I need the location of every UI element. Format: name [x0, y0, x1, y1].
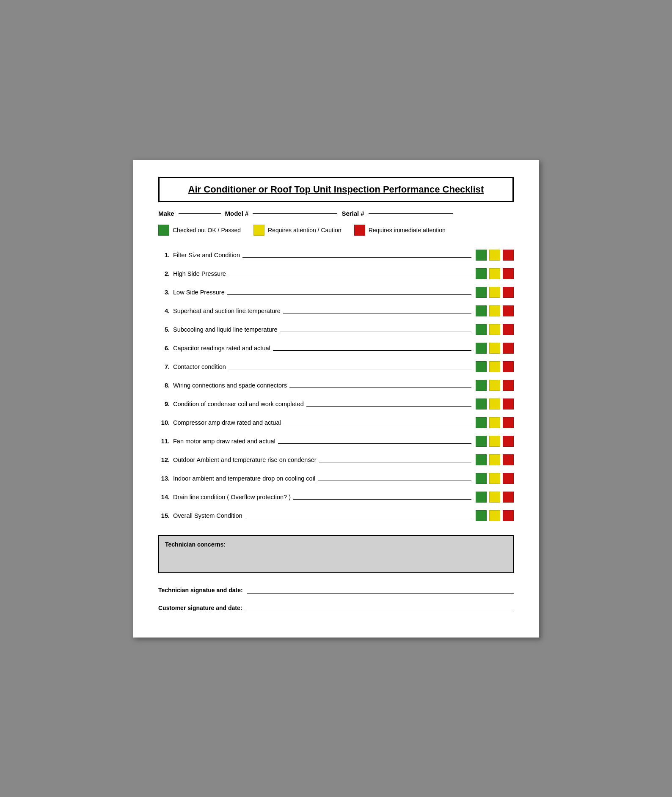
item-fill-line[interactable] — [289, 388, 471, 388]
item-fill-line[interactable] — [242, 257, 471, 258]
make-input-line[interactable] — [179, 213, 221, 214]
item-fill-line[interactable] — [283, 313, 471, 313]
tech-signature-row: Technician signatue and date: — [158, 585, 514, 594]
green-status-box[interactable] — [476, 324, 487, 335]
yellow-status-box[interactable] — [489, 268, 500, 279]
red-status-box[interactable] — [503, 473, 514, 484]
status-boxes — [476, 380, 514, 391]
green-icon — [158, 225, 169, 236]
item-label: Condition of condenser coil and work com… — [173, 401, 471, 407]
yellow-status-box[interactable] — [489, 398, 500, 409]
yellow-status-box[interactable] — [489, 343, 500, 354]
green-status-box[interactable] — [476, 287, 487, 298]
red-status-box[interactable] — [503, 287, 514, 298]
green-status-box[interactable] — [476, 250, 487, 261]
tech-signature-line[interactable] — [247, 585, 514, 594]
red-status-box[interactable] — [503, 398, 514, 409]
checklist-item: 6. Capacitor readings rated and actual — [158, 339, 514, 357]
green-status-box[interactable] — [476, 305, 487, 316]
checklist-item: 11. Fan motor amp draw rated and actual — [158, 432, 514, 451]
yellow-status-box[interactable] — [489, 436, 500, 447]
technician-concerns-box[interactable]: Technician concerns: — [158, 535, 514, 573]
green-status-box[interactable] — [476, 436, 487, 447]
item-fill-line[interactable] — [293, 499, 471, 500]
green-status-box[interactable] — [476, 380, 487, 391]
item-fill-line[interactable] — [280, 332, 471, 332]
header-fields: Make Model # Serial # — [158, 210, 514, 217]
green-status-box[interactable] — [476, 510, 487, 521]
item-label: Overall System Condition — [173, 512, 471, 519]
red-status-box[interactable] — [503, 380, 514, 391]
item-text: Indoor ambient and temperature drop on c… — [173, 475, 315, 482]
green-status-box[interactable] — [476, 454, 487, 465]
item-text: Fan motor amp draw rated and actual — [173, 438, 275, 445]
item-fill-line[interactable] — [273, 350, 471, 351]
yellow-status-box[interactable] — [489, 454, 500, 465]
item-fill-line[interactable] — [227, 294, 471, 295]
item-fill-line[interactable] — [318, 481, 471, 481]
red-icon — [354, 225, 365, 236]
yellow-status-box[interactable] — [489, 361, 500, 372]
green-status-box[interactable] — [476, 398, 487, 409]
yellow-status-box[interactable] — [489, 492, 500, 503]
red-status-box[interactable] — [503, 417, 514, 428]
yellow-status-box[interactable] — [489, 380, 500, 391]
item-text: Capacitor readings rated and actual — [173, 345, 270, 352]
item-number: 10. — [158, 419, 173, 426]
item-fill-line[interactable] — [229, 369, 471, 369]
yellow-status-box[interactable] — [489, 324, 500, 335]
red-status-box[interactable] — [503, 436, 514, 447]
item-text: Outdoor Ambient and temperature rise on … — [173, 456, 317, 463]
signature-section: Technician signatue and date: Customer s… — [158, 585, 514, 611]
yellow-status-box[interactable] — [489, 287, 500, 298]
yellow-status-box[interactable] — [489, 473, 500, 484]
item-fill-line[interactable] — [319, 462, 471, 462]
red-status-box[interactable] — [503, 343, 514, 354]
status-boxes — [476, 343, 514, 354]
item-label: Superheat and suction line temperature — [173, 308, 471, 314]
green-status-box[interactable] — [476, 417, 487, 428]
item-fill-line[interactable] — [278, 443, 471, 444]
item-fill-line[interactable] — [284, 425, 471, 425]
item-text: Compressor amp draw rated and actual — [173, 419, 281, 426]
legend-green: Checked out OK / Passed — [158, 225, 241, 236]
item-fill-line[interactable] — [306, 406, 471, 407]
yellow-status-box[interactable] — [489, 417, 500, 428]
red-status-box[interactable] — [503, 324, 514, 335]
model-input-line[interactable] — [253, 213, 337, 214]
red-status-box[interactable] — [503, 361, 514, 372]
item-number: 3. — [158, 289, 173, 296]
item-number: 13. — [158, 475, 173, 482]
status-boxes — [476, 361, 514, 372]
checklist: 1. Filter Size and Condition 2. High Sid… — [158, 246, 514, 525]
yellow-status-box[interactable] — [489, 305, 500, 316]
red-status-box[interactable] — [503, 305, 514, 316]
green-status-box[interactable] — [476, 343, 487, 354]
item-number: 7. — [158, 363, 173, 370]
item-text: Condition of condenser coil and work com… — [173, 401, 304, 407]
item-label: Contactor condition — [173, 363, 471, 370]
item-number: 5. — [158, 326, 173, 333]
item-number: 15. — [158, 512, 173, 519]
red-status-box[interactable] — [503, 492, 514, 503]
red-status-box[interactable] — [503, 510, 514, 521]
green-status-box[interactable] — [476, 268, 487, 279]
red-status-box[interactable] — [503, 268, 514, 279]
green-status-box[interactable] — [476, 361, 487, 372]
checklist-item: 2. High Side Pressure — [158, 264, 514, 283]
serial-input-line[interactable] — [369, 213, 453, 214]
yellow-status-box[interactable] — [489, 510, 500, 521]
customer-signature-line[interactable] — [246, 603, 514, 611]
status-boxes — [476, 287, 514, 298]
legend: Checked out OK / Passed Requires attenti… — [158, 225, 514, 236]
item-text: Superheat and suction line temperature — [173, 308, 281, 314]
yellow-status-box[interactable] — [489, 250, 500, 261]
item-fill-line[interactable] — [245, 518, 471, 518]
green-status-box[interactable] — [476, 473, 487, 484]
red-status-box[interactable] — [503, 250, 514, 261]
green-status-box[interactable] — [476, 492, 487, 503]
checklist-item: 3. Low Side Pressure — [158, 283, 514, 302]
item-fill-line[interactable] — [229, 276, 471, 276]
item-number: 4. — [158, 308, 173, 314]
red-status-box[interactable] — [503, 454, 514, 465]
